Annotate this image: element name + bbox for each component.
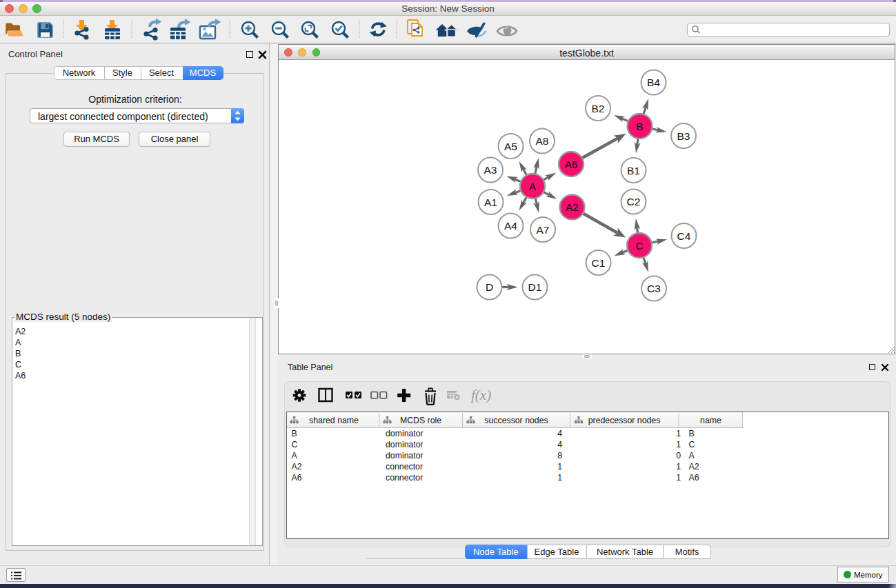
svg-text:name: name [700, 416, 721, 425]
svg-text:B2: B2 [592, 103, 605, 114]
svg-text:A1: A1 [484, 196, 497, 208]
svg-text:C2: C2 [627, 196, 641, 207]
svg-text:C: C [635, 240, 643, 252]
svg-text:D1: D1 [528, 281, 542, 293]
svg-text:C1: C1 [592, 257, 606, 269]
svg-text:MCDS role: MCDS role [399, 416, 441, 425]
svg-text:A4: A4 [504, 220, 517, 232]
svg-text:predecessor nodes: predecessor nodes [588, 416, 660, 425]
svg-text:A8: A8 [536, 135, 549, 147]
svg-text:A2: A2 [566, 201, 579, 213]
svg-text:B1: B1 [627, 165, 640, 176]
svg-text:D: D [486, 281, 493, 293]
svg-text:B4: B4 [647, 77, 660, 88]
svg-text:A: A [529, 181, 537, 192]
svg-text:A6: A6 [565, 159, 578, 170]
svg-text:B: B [636, 121, 643, 132]
svg-text:C4: C4 [677, 230, 691, 242]
svg-text:f(x): f(x) [471, 387, 491, 403]
svg-text:B3: B3 [677, 130, 690, 142]
svg-text:A3: A3 [484, 164, 497, 176]
svg-text:A5: A5 [504, 141, 517, 152]
svg-text:C3: C3 [647, 283, 661, 294]
svg-text:A7: A7 [537, 224, 550, 236]
svg-text:successor nodes: successor nodes [484, 416, 548, 425]
svg-text:shared name: shared name [309, 416, 359, 425]
